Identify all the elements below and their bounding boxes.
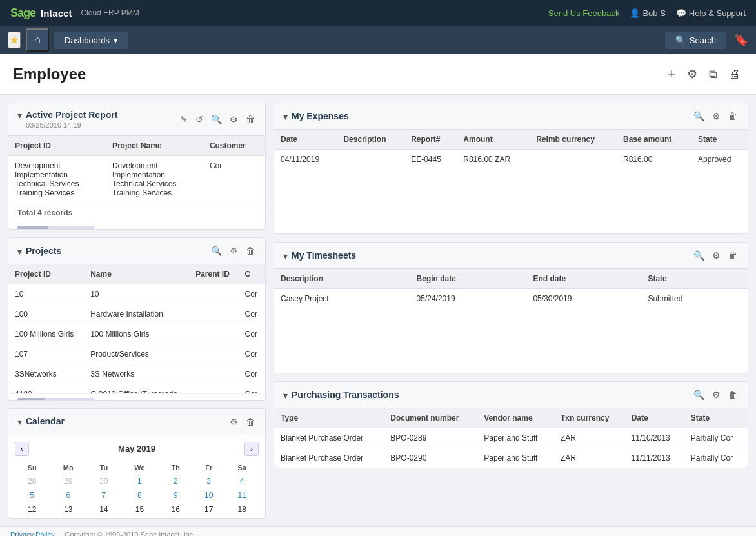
bookmark-button[interactable]: 🔖: [734, 33, 748, 47]
col-pt-state: State: [684, 408, 748, 428]
my-timesheets-collapse-button[interactable]: ▾: [283, 251, 288, 261]
cal-day[interactable]: 13: [49, 502, 87, 517]
widget-title-block: Active Project Report 03/25/2010 14:19: [26, 110, 117, 129]
col-description: Description: [337, 130, 404, 150]
cal-day[interactable]: 30: [87, 474, 120, 488]
cal-day[interactable]: 12: [15, 502, 49, 517]
projects-table-container: Project ID Name Parent ID C 1010Cor100Ha…: [8, 264, 265, 393]
cal-day[interactable]: 4: [225, 474, 259, 488]
cal-day[interactable]: 14: [87, 502, 120, 517]
cal-day[interactable]: 5: [15, 488, 49, 502]
settings-icon-button[interactable]: ⚙: [228, 113, 239, 126]
main-layout: ▾ Active Project Report 03/25/2010 14:19…: [0, 95, 756, 526]
projects-title: Projects: [26, 246, 61, 256]
cal-day[interactable]: 16: [159, 502, 192, 517]
table-row: 04/11/2019EE-0445R816.00 ZARR816.00Appro…: [274, 150, 748, 170]
my-timesheets-delete-button[interactable]: 🗑: [727, 249, 739, 262]
second-navigation: ★ ⌂ Dashboards ▾ 🔍 Search 🔖: [0, 26, 756, 54]
cal-day[interactable]: 3: [192, 474, 225, 488]
projects-collapse-button[interactable]: ▾: [17, 246, 22, 257]
table-row: 100 Millions Girls100 Millions GirlsCor: [8, 324, 265, 344]
col-pt-date: Date: [625, 408, 684, 428]
settings-button[interactable]: ⚙: [684, 65, 700, 84]
purchasing-search-button[interactable]: 🔍: [692, 388, 706, 401]
cal-day[interactable]: 15: [120, 502, 159, 517]
projects-actions: 🔍 ⚙ 🗑: [210, 244, 256, 257]
cal-header-fr: Fr: [192, 461, 225, 474]
table-cell: Casey Project: [274, 289, 410, 309]
my-timesheets-search-button[interactable]: 🔍: [692, 249, 706, 262]
cal-day[interactable]: 1: [120, 474, 159, 488]
delete-icon-button[interactable]: 🗑: [244, 113, 256, 126]
col-project-name: Project Name: [106, 136, 203, 156]
cal-day[interactable]: 28: [15, 474, 49, 488]
copy-button[interactable]: ⧉: [706, 65, 720, 84]
feedback-link[interactable]: Send Us Feedback: [548, 8, 620, 18]
col-ts-description: Description: [274, 269, 410, 289]
table-row: Casey Project05/24/201905/30/2019Submitt…: [274, 289, 748, 309]
cal-week-2: 5 6 7 8 9 10 11: [15, 488, 259, 502]
cal-header-tu: Tu: [87, 461, 120, 474]
logo-area: Sage Intacct Cloud ERP PMM: [10, 6, 139, 20]
cal-day[interactable]: 18: [225, 502, 259, 517]
cal-day[interactable]: 7: [87, 488, 120, 502]
calendar-settings-button[interactable]: ⚙: [228, 415, 239, 428]
projects-settings-button[interactable]: ⚙: [228, 244, 239, 257]
calendar-next-button[interactable]: ›: [244, 442, 259, 456]
cal-day[interactable]: 29: [49, 474, 87, 488]
col-customer: Customer: [203, 136, 265, 156]
calendar-title: Calendar: [26, 416, 65, 426]
active-project-report-table: Project ID Project Name Customer Develop…: [8, 136, 265, 203]
purchasing-delete-button[interactable]: 🗑: [727, 388, 739, 401]
my-expenses-search-button[interactable]: 🔍: [692, 110, 706, 123]
home-button[interactable]: ⌂: [26, 28, 49, 52]
user-info: 👤 Bob S: [630, 8, 665, 18]
calendar-prev-button[interactable]: ‹: [15, 442, 29, 456]
col-amount: Amount: [457, 130, 530, 150]
widget-actions: ✎ ↺ 🔍 ⚙ 🗑: [179, 113, 256, 126]
col-ts-state: State: [641, 269, 748, 289]
my-timesheets-actions: 🔍 ⚙ 🗑: [692, 249, 739, 262]
privacy-policy-link[interactable]: Privacy Policy: [10, 531, 54, 536]
cal-day[interactable]: 17: [192, 502, 225, 517]
purchasing-settings-button[interactable]: ⚙: [711, 388, 722, 401]
my-timesheets-settings-button[interactable]: ⚙: [711, 249, 722, 262]
my-expenses-delete-button[interactable]: 🗑: [727, 110, 739, 123]
my-timesheets-widget: ▾ My Timesheets 🔍 ⚙ 🗑 Description Begin …: [274, 242, 748, 373]
col-txn-currency: Txn currency: [554, 408, 625, 428]
calendar-grid: Su Mo Tu We Th Fr Sa 28 29: [15, 461, 259, 517]
calendar-widget: ▾ Calendar ⚙ 🗑 ‹ May 2019 › Su: [8, 408, 266, 519]
purchasing-table-container: Type Document number Vendor name Txn cur…: [274, 408, 748, 468]
add-button[interactable]: +: [664, 63, 678, 85]
help-info[interactable]: 💬 Help & Support: [676, 8, 746, 18]
table-cell: 10: [8, 284, 84, 304]
projects-title-group: ▾ Projects: [17, 246, 61, 257]
table-cell: BPO-0290: [384, 448, 477, 468]
cal-day[interactable]: 6: [49, 488, 87, 502]
my-expenses-collapse-button[interactable]: ▾: [283, 112, 288, 122]
cal-day[interactable]: 11: [225, 488, 259, 502]
edit-icon-button[interactable]: ✎: [179, 113, 189, 126]
cal-day[interactable]: 9: [159, 488, 192, 502]
cal-day[interactable]: 10: [192, 488, 225, 502]
refresh-icon-button[interactable]: ↺: [194, 113, 204, 126]
purchasing-transactions-widget: ▾ Purchasing Transactions 🔍 ⚙ 🗑 Type Doc…: [274, 381, 748, 468]
print-button[interactable]: 🖨: [726, 65, 743, 84]
purchasing-collapse-button[interactable]: ▾: [283, 390, 288, 401]
calendar-month: May 2019: [118, 444, 155, 453]
table-cell: 3SNetworks: [8, 364, 84, 384]
cal-day[interactable]: 8: [120, 488, 159, 502]
cal-day[interactable]: 2: [159, 474, 192, 488]
table-cell: Partially Cor: [684, 448, 748, 468]
projects-delete-button[interactable]: 🗑: [244, 244, 256, 257]
calendar-collapse-button[interactable]: ▾: [17, 417, 22, 427]
dashboards-menu[interactable]: Dashboards ▾: [54, 32, 128, 49]
search-button[interactable]: 🔍 Search: [665, 32, 726, 49]
projects-search-button[interactable]: 🔍: [210, 244, 223, 257]
search-icon-button[interactable]: 🔍: [210, 113, 223, 126]
collapse-button[interactable]: ▾: [17, 110, 22, 121]
favorites-star-button[interactable]: ★: [8, 32, 21, 48]
calendar-delete-button[interactable]: 🗑: [244, 415, 256, 428]
my-expenses-settings-button[interactable]: ⚙: [711, 110, 722, 123]
purchasing-actions: 🔍 ⚙ 🗑: [692, 388, 739, 401]
